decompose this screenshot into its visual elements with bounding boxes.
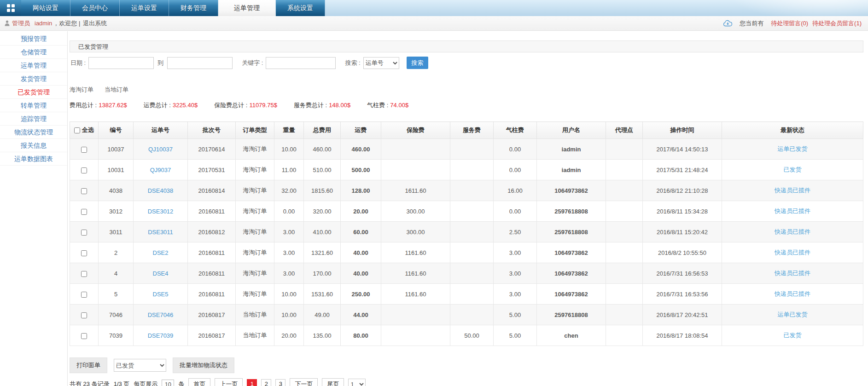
page-number-button[interactable]: 2	[261, 379, 271, 386]
status-link[interactable]: 已发货	[784, 332, 802, 339]
sidebar-item[interactable]: 已发货管理	[0, 86, 67, 99]
row-checkbox[interactable]	[81, 188, 87, 194]
waybill-link[interactable]: DSE3011	[148, 229, 173, 236]
nav-tab[interactable]: 运单管理	[218, 0, 276, 16]
nav-tab[interactable]: 系统设置	[276, 0, 325, 16]
total-item: 运费总计 :3225.40$	[144, 101, 198, 109]
batch-cell: 20160811	[188, 242, 236, 263]
select-all-header: 全选	[70, 122, 99, 139]
waybill-cell: DSE4	[134, 263, 188, 284]
row-select-cell	[70, 160, 99, 180]
op_time-cell: 2016/8/2 10:55:50	[643, 242, 722, 263]
table-row: 10031QJ903720170531海淘订单11.00510.00500.00…	[70, 160, 863, 180]
per-page-input[interactable]	[162, 380, 174, 386]
row-checkbox[interactable]	[81, 167, 87, 173]
row-checkbox[interactable]	[81, 250, 87, 256]
table-row: 3012DSE301220160811海淘订单0.00320.0020.0030…	[70, 201, 863, 222]
date-to-input[interactable]	[167, 57, 233, 69]
total-item: 服务费总计 :148.00$	[294, 101, 350, 109]
username-cell: 1064973862	[537, 284, 606, 305]
user-role: 管理员	[12, 19, 30, 28]
nav-tab[interactable]: 财务管理	[169, 0, 218, 16]
total-value: 74.00$	[390, 102, 408, 109]
batch-cell: 20160817	[188, 325, 236, 346]
sidebar-item[interactable]: 发货管理	[0, 72, 67, 86]
date-from-input[interactable]	[88, 57, 154, 69]
id-cell: 5	[99, 284, 134, 305]
total-label: 服务费总计 :	[294, 102, 327, 109]
status-link[interactable]: 快递员已揽件	[775, 228, 810, 235]
select-all-checkbox[interactable]	[74, 127, 80, 133]
sidebar-item[interactable]: 运单数据图表	[0, 152, 67, 166]
waybill-link[interactable]: DSE7046	[148, 311, 174, 318]
order-tab[interactable]: 海淘订单	[70, 86, 93, 94]
last-page-button[interactable]: 尾页	[322, 378, 344, 386]
order-tab[interactable]: 当地订单	[105, 86, 128, 94]
row-checkbox[interactable]	[81, 147, 87, 153]
waybill-link[interactable]: DSE4	[153, 270, 169, 277]
prev-page-button[interactable]: 上一页	[215, 378, 243, 386]
sidebar-item[interactable]: 转单管理	[0, 99, 67, 112]
waybill-link[interactable]: DSE2	[153, 249, 169, 256]
pending-message-link[interactable]: 待处理留言(0)	[771, 19, 808, 28]
apps-grid-icon[interactable]	[0, 0, 21, 16]
status-link[interactable]: 已发货	[784, 166, 802, 173]
batch-add-logistics-button[interactable]: 批量增加物流状态	[173, 357, 234, 373]
page-jump-select[interactable]: 1	[348, 379, 366, 386]
order_type-cell: 海淘订单	[236, 180, 274, 201]
sidebar-item[interactable]: 追踪管理	[0, 112, 67, 126]
status-link[interactable]: 快递员已揽件	[775, 270, 810, 277]
sidebar-item[interactable]: 仓储管理	[0, 46, 67, 59]
status-cell: 已发货	[722, 160, 863, 180]
page-number-button[interactable]: 3	[275, 379, 285, 386]
status-link[interactable]: 快递员已揽件	[775, 249, 810, 256]
total_fee-cell: 410.00	[304, 222, 341, 242]
row-checkbox[interactable]	[81, 312, 87, 318]
sidebar-item[interactable]: 预报管理	[0, 32, 67, 46]
status-link[interactable]: 快递员已揽件	[775, 187, 810, 194]
keyword-input[interactable]	[266, 57, 336, 69]
row-checkbox[interactable]	[81, 209, 87, 215]
nav-tab[interactable]: 会员中心	[70, 0, 120, 16]
agent-cell	[606, 222, 643, 242]
sidebar-item[interactable]: 运单管理	[0, 59, 67, 72]
pending-message-link[interactable]: 待处理会员留言(1)	[812, 19, 862, 28]
id-cell: 4038	[99, 180, 134, 201]
status-link[interactable]: 运单已发货	[778, 145, 808, 152]
status-link[interactable]: 快递员已揽件	[775, 207, 810, 214]
first-page-button[interactable]: 首页	[188, 378, 210, 386]
gas_fee-cell: 5.00	[494, 305, 537, 325]
nav-tab[interactable]: 运单设置	[120, 0, 169, 16]
row-checkbox[interactable]	[81, 292, 87, 298]
waybill-cell: DSE7039	[134, 325, 188, 346]
waybill-link[interactable]: DSE3012	[148, 208, 174, 215]
waybill-link[interactable]: DSE5	[153, 291, 169, 298]
waybill-link[interactable]: DSE4038	[148, 187, 174, 194]
total_fee-cell: 1815.60	[304, 180, 341, 201]
status-link[interactable]: 快递员已揽件	[775, 290, 810, 297]
sidebar-item[interactable]: 报关信息	[0, 139, 67, 152]
row-checkbox[interactable]	[81, 271, 87, 277]
actions-row: 打印面单 已发货 批量增加物流状态	[70, 357, 863, 373]
status-link[interactable]: 运单已发货	[778, 311, 808, 318]
search-button[interactable]: 搜索	[407, 57, 428, 69]
column-header: 操作时间	[643, 122, 722, 139]
search-type-select[interactable]: 运单号	[363, 57, 399, 69]
row-checkbox[interactable]	[81, 230, 87, 236]
waybill-link[interactable]: QJ9037	[150, 167, 171, 173]
waybill-link[interactable]: DSE7039	[148, 332, 174, 339]
sidebar-item[interactable]: 物流状态管理	[0, 126, 67, 139]
nav-tab[interactable]: 网站设置	[21, 0, 70, 16]
print-label-button[interactable]: 打印面单	[70, 357, 107, 373]
logistics-status-select[interactable]: 已发货	[114, 359, 166, 372]
row-select-cell	[70, 263, 99, 284]
insurance_fee-cell	[381, 160, 450, 180]
waybill-link[interactable]: QJ10037	[148, 146, 173, 153]
column-header: 编号	[99, 122, 134, 139]
next-page-button[interactable]: 下一页	[290, 378, 318, 386]
logout-link[interactable]: 退出系统	[83, 19, 107, 28]
row-checkbox[interactable]	[81, 333, 87, 339]
page-number-button[interactable]: 1	[247, 379, 257, 386]
op_time-cell: 2016/8/17 18:08:54	[643, 325, 722, 346]
service_fee-cell	[450, 160, 494, 180]
